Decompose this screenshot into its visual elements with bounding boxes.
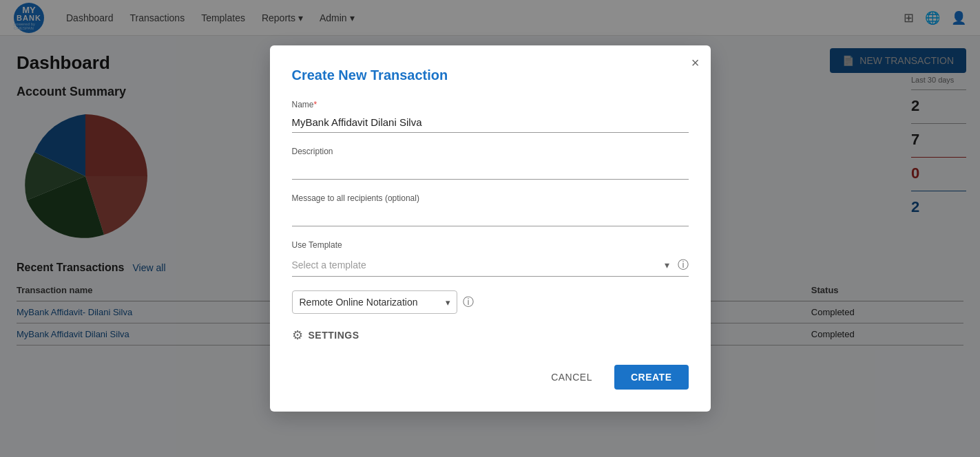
- settings-gear-icon: ⚙: [292, 328, 303, 343]
- use-template-section: Use Template Select a template ▾ ⓘ: [292, 240, 689, 277]
- name-label: Name*: [292, 100, 689, 109]
- workflow-row: Remote Online Notarization Standard In-P…: [292, 290, 689, 314]
- close-button[interactable]: ×: [691, 55, 700, 71]
- workflow-select[interactable]: Remote Online Notarization Standard In-P…: [292, 290, 457, 314]
- name-input[interactable]: [292, 112, 689, 133]
- description-input[interactable]: [292, 159, 689, 180]
- modal-overlay: × Create New Transaction Name* Descripti…: [0, 0, 980, 362]
- template-select-wrapper: Select a template ▾ ⓘ: [292, 254, 689, 277]
- message-label: Message to all recipients (optional): [292, 193, 689, 203]
- modal-title: Create New Transaction: [292, 67, 689, 83]
- settings-label: SETTINGS: [309, 330, 359, 341]
- template-label: Use Template: [292, 240, 689, 250]
- modal: × Create New Transaction Name* Descripti…: [270, 45, 711, 362]
- description-field: Description: [292, 147, 689, 180]
- message-field: Message to all recipients (optional): [292, 193, 689, 226]
- message-input[interactable]: [292, 206, 689, 226]
- workflow-help-icon[interactable]: ⓘ: [463, 295, 474, 310]
- template-help-icon[interactable]: ⓘ: [678, 258, 689, 273]
- settings-row[interactable]: ⚙ SETTINGS: [292, 328, 689, 343]
- workflow-select-wrapper: Remote Online Notarization Standard In-P…: [292, 290, 457, 314]
- description-label: Description: [292, 147, 689, 156]
- name-field: Name*: [292, 100, 689, 133]
- template-select[interactable]: Select a template: [292, 254, 674, 276]
